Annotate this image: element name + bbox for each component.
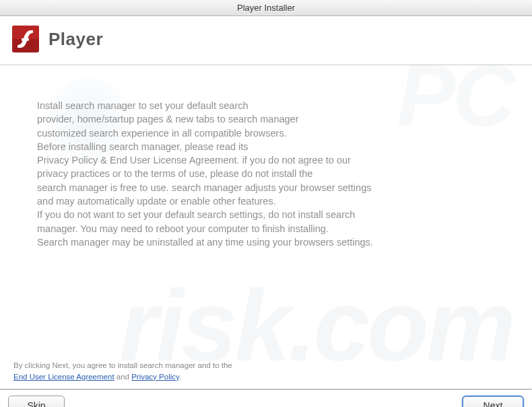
installer-body-text: Install search manager to set your defau…	[0, 65, 532, 262]
footer-and: and	[114, 373, 132, 381]
next-button[interactable]: Next	[462, 396, 524, 407]
content-area: PC risk.com Install search manager to se…	[0, 65, 532, 357]
privacy-policy-link[interactable]: Privacy Policy	[131, 373, 179, 381]
installer-title: Player	[48, 29, 103, 50]
installer-header: Player	[0, 16, 532, 65]
flash-player-icon	[12, 26, 39, 52]
window-title: Player Installer	[237, 3, 295, 13]
eula-link[interactable]: End User License Agreement	[13, 373, 114, 381]
button-row: Skip Next	[0, 390, 532, 407]
footer-agreement: By clicking Next, you agree to install s…	[0, 357, 532, 389]
window-titlebar: Player Installer	[0, 0, 532, 16]
svg-rect-2	[22, 38, 29, 41]
footer-prefix: By clicking Next, you agree to install s…	[13, 361, 232, 369]
skip-button[interactable]: Skip	[8, 396, 65, 407]
footer-suffix: .	[179, 373, 181, 381]
